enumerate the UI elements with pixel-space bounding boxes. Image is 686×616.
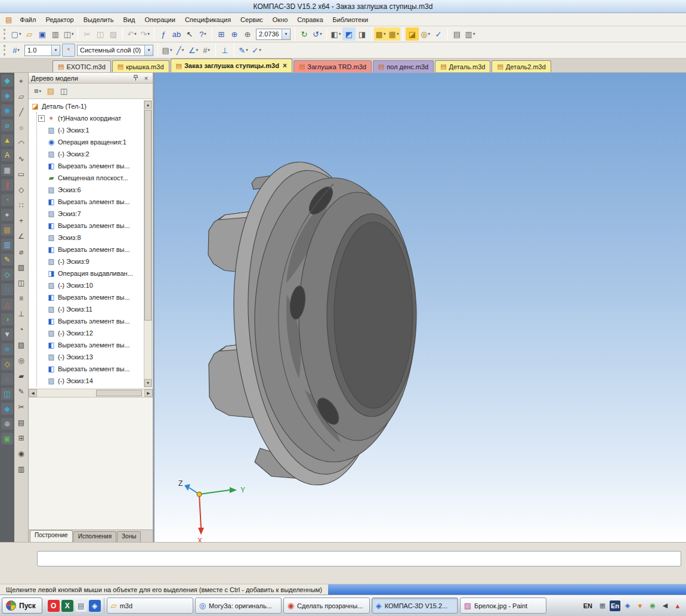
tool-coordinate-axes[interactable]: ⌖ <box>16 75 27 88</box>
tool-round[interactable]: ◉ <box>16 447 27 460</box>
menu-item-7[interactable]: Сервис <box>236 14 268 25</box>
chevron-down-icon[interactable]: ▾ <box>72 32 74 36</box>
tree-item[interactable]: ▨(-) Эскиз:9 <box>38 255 143 267</box>
tool-rectangle[interactable]: ▭ <box>16 168 27 181</box>
tree-item[interactable]: ◧Вырезать элемент вы... <box>38 220 143 232</box>
chevron-down-icon[interactable]: ▾ <box>473 32 475 36</box>
tree-item[interactable]: ▨Эскиз:8 <box>38 232 143 244</box>
snap-settings-button[interactable]: #▾ <box>10 44 23 57</box>
tree-item[interactable]: ◧Вырезать элемент вы... <box>38 339 143 351</box>
doc-tab-4[interactable]: ▤Заглушка TRD.m3d <box>293 60 372 72</box>
tool-point[interactable]: + <box>16 214 27 227</box>
tool-table[interactable]: ▥ <box>16 463 27 476</box>
doc-tab-5[interactable]: ▤пол денс.m3d <box>373 60 434 72</box>
chevron-down-icon[interactable]: ▾ <box>134 32 137 36</box>
chevron-down-icon[interactable]: ▾ <box>144 45 153 56</box>
close-icon[interactable]: × <box>283 61 287 70</box>
menu-item-2[interactable]: Редактор <box>41 14 78 25</box>
tool-spline[interactable]: ∿ <box>16 152 27 165</box>
cut-button[interactable]: ✂ <box>81 27 94 41</box>
tree-root-item[interactable]: ◪Деталь (Тел-1) <box>31 100 143 112</box>
scroll-down-icon[interactable]: ▼ <box>144 379 152 387</box>
tool-array[interactable]: ∷ <box>16 199 27 212</box>
chevron-down-icon[interactable]: ▾ <box>259 48 261 53</box>
preview-button[interactable]: ◫▾ <box>62 27 75 41</box>
expand-icon[interactable]: + <box>38 115 45 122</box>
scroll-track[interactable] <box>37 389 144 397</box>
model-view-button[interactable]: ◪ <box>406 27 419 41</box>
kompas-launch-icon[interactable]: ◈ <box>89 600 101 612</box>
hidden-lines-button[interactable]: ◨ <box>356 27 369 41</box>
chevron-down-icon[interactable]: ▾ <box>17 48 20 53</box>
zoom-area-button[interactable]: ⊞ <box>215 27 228 41</box>
scroll-up-icon[interactable]: ▲ <box>144 101 152 109</box>
panel-aux-geometry[interactable]: △ <box>1 298 13 310</box>
toolbar-grip[interactable] <box>4 29 7 39</box>
sections-button[interactable]: ◫ <box>57 85 70 98</box>
zoom-button[interactable]: ⊕ <box>228 27 241 41</box>
tree-item[interactable]: ▨(-) Эскиз:11 <box>38 303 143 315</box>
start-button[interactable]: Пуск <box>2 597 42 614</box>
tree-item[interactable]: ▨Эскиз:7 <box>38 208 143 220</box>
pin-icon[interactable] <box>131 74 140 82</box>
panel-text[interactable]: A <box>1 149 13 161</box>
scroll-right-icon[interactable]: ▶ <box>144 389 153 397</box>
taskbar-button-2[interactable]: ◎МогуЗа: оригиналь... <box>195 597 282 614</box>
panel-components[interactable]: ◆ <box>1 403 13 415</box>
tree-tab-3[interactable]: Зоны <box>117 531 141 542</box>
zoom-combo[interactable]: 2.0736▾ <box>256 29 291 40</box>
taskbar-button-3[interactable]: ◉Сделать прозрачны... <box>283 597 370 614</box>
panel-selection[interactable]: ⌖ <box>1 209 13 221</box>
panel-editing[interactable]: ▦ <box>1 164 13 176</box>
panel-conditions[interactable]: ◇ <box>1 358 13 370</box>
undo-button[interactable]: ↶▾ <box>125 27 138 41</box>
chevron-down-icon[interactable]: ▾ <box>39 89 42 94</box>
taskbar-button-1[interactable]: ▱m3d <box>107 597 193 614</box>
tree-item[interactable]: ▨(-) Эскиз:10 <box>38 279 143 291</box>
chevron-down-icon[interactable]: ▾ <box>19 32 21 36</box>
composition-button[interactable]: ▤ <box>44 85 57 98</box>
tree-tab-1[interactable]: Построение <box>30 530 73 542</box>
doc-tab-3[interactable]: ▤Заказ заглушка ступицы.m3d× <box>171 58 292 72</box>
tree-item[interactable]: ◧Вырезать элемент вы... <box>38 160 143 172</box>
panel-macros[interactable]: ◌ <box>1 373 13 385</box>
panel-measure-3d[interactable]: ◑ <box>1 313 13 325</box>
toolbar-grip[interactable] <box>4 45 7 56</box>
volume-icon[interactable]: ◀ <box>660 600 670 611</box>
spell-check-button[interactable]: ab <box>170 27 183 41</box>
measure-button[interactable]: ╱▾ <box>174 44 187 57</box>
panel-designations[interactable]: ▲ <box>1 134 13 146</box>
chevron-down-icon[interactable]: ▾ <box>246 48 248 53</box>
panel-dimensions[interactable]: ⌀ <box>1 119 13 131</box>
alert-icon[interactable]: ▲ <box>672 600 683 611</box>
tree-item[interactable]: ▨(-) Эскиз:2 <box>38 148 143 160</box>
panel-surfaces[interactable]: ◇ <box>1 269 13 281</box>
constraints-button[interactable]: ✓▾ <box>250 44 263 57</box>
tree-item[interactable]: ▨(-) Эскиз:1 <box>38 124 143 136</box>
property-bar[interactable] <box>37 551 681 566</box>
panel-reports[interactable]: ▥ <box>1 239 13 251</box>
tool-list[interactable]: ≡ <box>16 292 27 305</box>
iso-view-button[interactable]: ◩ <box>342 27 356 41</box>
save-button[interactable]: ▣ <box>36 27 49 41</box>
language-indicator[interactable]: EN <box>581 602 595 609</box>
tool-line[interactable]: ╱ <box>16 106 27 119</box>
menu-item-6[interactable]: Спецификация <box>180 14 236 25</box>
grid-button[interactable]: #▾ <box>200 44 213 57</box>
nvidia-icon[interactable]: ◉ <box>647 600 658 611</box>
update-icon[interactable]: ▼ <box>635 600 645 611</box>
chevron-down-icon[interactable]: ▾ <box>339 32 341 36</box>
chevron-down-icon[interactable]: ▾ <box>196 48 199 53</box>
menu-item-10[interactable]: Библиотеки <box>328 14 373 25</box>
new-document-button[interactable]: ▢▾ <box>10 27 23 41</box>
tree-item[interactable]: ◧Вырезать элемент вы... <box>38 244 143 255</box>
chevron-down-icon[interactable]: ▾ <box>282 29 290 39</box>
panel-view[interactable]: ◈ <box>1 90 13 101</box>
panel-arrays[interactable]: ∷ <box>1 284 13 295</box>
paste-button[interactable]: ▨ <box>107 27 120 41</box>
rotate-button[interactable]: ↺▾ <box>311 27 324 41</box>
variables-button[interactable]: ƒ <box>157 27 170 41</box>
tree-item[interactable]: ▰Смещенная плоскост... <box>38 172 143 184</box>
redo-button[interactable]: ↷▾ <box>138 27 152 41</box>
doc-tab-7[interactable]: ▤Деталь2.m3d <box>492 60 551 72</box>
